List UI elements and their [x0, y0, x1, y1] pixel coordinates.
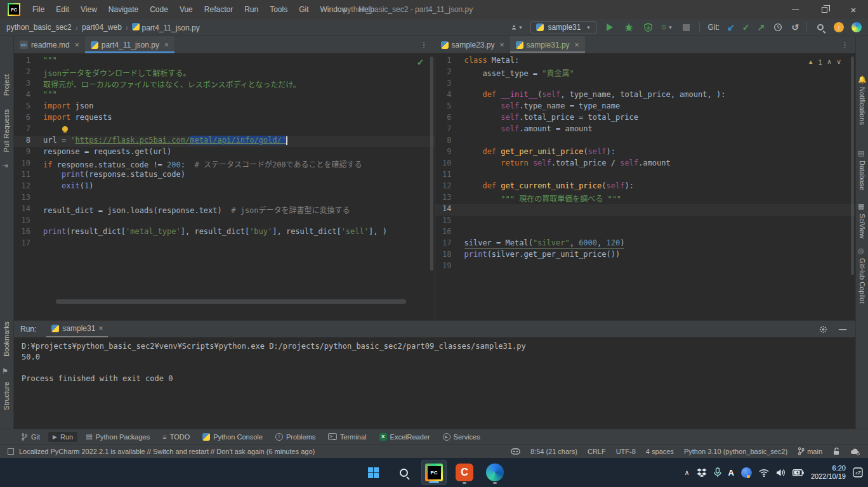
code-line[interactable]: 1""": [14, 56, 435, 67]
profile-button[interactable]: ▼: [511, 22, 523, 33]
code-line[interactable]: 16print(result_dict['metal_type'], resul…: [14, 227, 435, 238]
menu-vue[interactable]: Vue: [174, 0, 199, 19]
editor-left-code[interactable]: ✓ 1"""2jsonデータをダウンロードして解析する。3取得元が、ローカルのフ…: [14, 54, 435, 320]
code-line[interactable]: 16: [435, 227, 856, 238]
tool-window-button-excelreader[interactable]: XExcelReader: [375, 432, 435, 442]
line-separator-widget[interactable]: CRLF: [588, 448, 606, 455]
indent-widget[interactable]: 4 spaces: [646, 448, 674, 455]
github-copilot-icon[interactable]: ◎: [858, 247, 864, 255]
search-everywhere-button[interactable]: [815, 22, 826, 33]
code-line[interactable]: 17: [14, 238, 435, 250]
horizontal-scrollbar[interactable]: [56, 299, 406, 304]
menu-file[interactable]: File: [27, 0, 50, 19]
code-line[interactable]: 2 asset_type = "貴金属": [435, 67, 856, 79]
code-line[interactable]: 7 self.amount = amount: [435, 124, 856, 136]
inspection-widget[interactable]: ▲ 1 ∧ ∨: [808, 58, 841, 66]
status-message-area[interactable]: Localized PyCharm 2022.2.1 is available …: [8, 448, 315, 455]
code-with-me-icon[interactable]: [852, 22, 862, 32]
code-line[interactable]: 3: [435, 79, 856, 90]
run-configuration-select[interactable]: sample31 ▼: [530, 21, 596, 34]
tool-window-button-terminal[interactable]: >_Terminal: [324, 432, 371, 442]
taskbar-clock[interactable]: 6:20 2022/10/19: [811, 464, 846, 481]
caret-position-widget[interactable]: 8:54 (21 chars): [530, 448, 577, 455]
code-line[interactable]: 8: [435, 136, 856, 147]
unlock-icon[interactable]: [832, 447, 840, 455]
sidebar-item-bookmarks[interactable]: Bookmarks: [3, 321, 10, 356]
notifications-bell-icon[interactable]: 🔔: [858, 75, 867, 84]
git-branch-widget[interactable]: main: [798, 447, 822, 455]
code-line[interactable]: 9response = requests.get(url): [14, 147, 435, 159]
vertical-scrollbar[interactable]: [430, 56, 433, 271]
ime-indicator[interactable]: A: [728, 468, 734, 477]
notification-center-icon[interactable]: zZ: [853, 467, 863, 477]
start-button[interactable]: [360, 460, 386, 485]
tool-window-button-python-packages[interactable]: ▤Python Packages: [81, 431, 154, 442]
battery-icon[interactable]: [792, 469, 804, 476]
code-line[interactable]: 13 """ 現在の買取単価を調べる """: [435, 193, 856, 204]
prev-warning-icon[interactable]: ∧: [827, 58, 832, 66]
breadcrumb-part04-web[interactable]: part04_web: [82, 23, 122, 32]
close-icon[interactable]: ×: [75, 41, 79, 49]
breadcrumb-part4-11-json-py[interactable]: part4_11_json.py: [132, 23, 200, 32]
tab-part4-11-json-py[interactable]: part4_11_json.py×: [85, 36, 174, 53]
debug-button[interactable]: [623, 22, 635, 33]
minimize-button[interactable]: [780, 0, 810, 19]
code-line[interactable]: 14: [435, 204, 856, 216]
profiler-button[interactable]: ▼: [661, 22, 673, 33]
dropbox-icon[interactable]: [697, 468, 707, 477]
code-line[interactable]: 14result_dict = json.loads(response.text…: [14, 204, 435, 216]
gear-icon[interactable]: [819, 325, 827, 334]
tab-options-icon[interactable]: ⋮: [414, 40, 435, 49]
update-available-button[interactable]: ↑: [834, 22, 844, 32]
menu-code[interactable]: Code: [144, 0, 174, 19]
tool-window-button-run[interactable]: ▶Run: [48, 432, 77, 442]
status-message[interactable]: Localized PyCharm 2022.2.1 is available …: [19, 448, 315, 455]
code-line[interactable]: 15: [14, 216, 435, 227]
sidebar-item-notifications[interactable]: Notifications: [858, 87, 866, 125]
menu-refactor[interactable]: Refactor: [199, 0, 239, 19]
run-button[interactable]: [604, 22, 615, 33]
copilot-status-icon[interactable]: [511, 446, 520, 456]
tab-readme-md[interactable]: MDreadme.md×: [14, 36, 85, 53]
tab-sample23-py[interactable]: sample23.py×: [435, 36, 510, 53]
code-line[interactable]: 7: [14, 124, 435, 136]
hide-panel-button[interactable]: —: [839, 325, 846, 334]
sidebar-item-structure[interactable]: Structure: [3, 382, 10, 410]
tab-options-icon[interactable]: ⋮: [835, 40, 855, 49]
close-icon[interactable]: ×: [575, 41, 579, 49]
menu-view[interactable]: View: [75, 0, 103, 19]
sidebar-item-github-copilot[interactable]: GitHub Copilot: [858, 258, 866, 304]
tab-sample31-py[interactable]: sample31.py×: [510, 36, 585, 53]
menu-navigate[interactable]: Navigate: [103, 0, 144, 19]
taskbar-pycharm-button[interactable]: PC: [421, 460, 447, 485]
code-line[interactable]: 3取得元が、ローカルのファイルではなく、レスポンスボディとなっただけ。: [14, 79, 435, 90]
menu-git[interactable]: Git: [293, 0, 314, 19]
encoding-widget[interactable]: UTF-8: [616, 448, 636, 455]
close-icon[interactable]: ×: [98, 324, 103, 333]
sciview-icon[interactable]: ▦: [858, 202, 864, 211]
cloud-settings-icon[interactable]: [850, 448, 860, 455]
pull-request-icon[interactable]: ⇥: [2, 162, 8, 170]
run-tab-sample31[interactable]: sample31 ×: [46, 321, 108, 337]
code-line[interactable]: 5import json: [14, 101, 435, 113]
restore-button[interactable]: [810, 0, 839, 19]
taskbar-camtasia-button[interactable]: C: [452, 460, 477, 485]
sidebar-item-pull-requests[interactable]: Pull Requests: [3, 109, 10, 152]
microphone-icon[interactable]: [714, 467, 721, 477]
menu-edit[interactable]: Edit: [50, 0, 75, 19]
code-line[interactable]: 15: [435, 216, 856, 227]
close-icon[interactable]: ×: [164, 41, 169, 49]
close-icon[interactable]: ×: [500, 41, 504, 49]
code-line[interactable]: 18print(silver.get_per_unit_price()): [435, 250, 856, 261]
taskbar-search-button[interactable]: [391, 460, 416, 485]
wifi-icon[interactable]: [759, 469, 769, 477]
menu-run[interactable]: Run: [239, 0, 264, 19]
tray-app-icon[interactable]: [741, 467, 752, 478]
code-line[interactable]: 12 exit(1): [14, 181, 435, 193]
code-line[interactable]: 11: [435, 170, 856, 181]
git-push-button[interactable]: ↗: [758, 22, 765, 32]
code-line[interactable]: 11 print(response.status_code): [14, 170, 435, 181]
code-line[interactable]: 4""": [14, 90, 435, 101]
volume-icon[interactable]: [776, 469, 786, 477]
code-line[interactable]: 10 return self.total_price / self.amount: [435, 159, 856, 170]
